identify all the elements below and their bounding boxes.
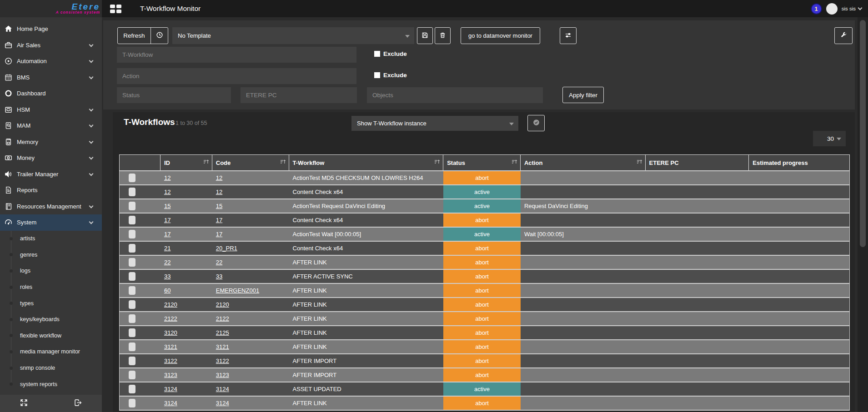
row-checkbox[interactable]	[129, 399, 135, 407]
fullscreen-icon[interactable]	[20, 399, 28, 408]
sidebar-subitem-flexible-workflow[interactable]: flexible workflow	[0, 328, 102, 344]
id-link[interactable]: 3122	[164, 357, 177, 364]
row-checkbox[interactable]	[129, 385, 135, 393]
sidebar-item-system[interactable]: System	[0, 214, 102, 231]
id-link[interactable]: 3123	[164, 372, 177, 378]
row-checkbox[interactable]	[129, 343, 135, 351]
sidebar-subitem-roles[interactable]: roles	[0, 279, 102, 295]
row-checkbox[interactable]	[129, 314, 135, 323]
schedule-refresh-button[interactable]	[151, 28, 168, 44]
sort-icon[interactable]	[512, 159, 517, 166]
code-link[interactable]: 15	[216, 203, 222, 209]
notification-badge[interactable]: 1	[811, 3, 822, 15]
id-link[interactable]: 3121	[164, 343, 177, 350]
row-checkbox[interactable]	[129, 357, 135, 365]
logout-icon[interactable]	[74, 399, 82, 408]
delete-template-button[interactable]	[435, 27, 451, 44]
etere-pc-filter-input[interactable]	[241, 87, 357, 103]
id-link[interactable]: 60	[164, 287, 171, 294]
sidebar-item-dashboard[interactable]: Dashboard	[0, 85, 102, 102]
page-size-select[interactable]: 30	[813, 131, 846, 146]
confirm-instance-button[interactable]	[527, 115, 545, 131]
code-link[interactable]: 33	[216, 273, 222, 280]
refresh-button[interactable]: Refresh	[118, 28, 151, 44]
sidebar-subitem-genres[interactable]: genres	[0, 247, 102, 263]
sidebar-subitem-artists[interactable]: artists	[0, 231, 102, 247]
id-link[interactable]: 21	[164, 245, 171, 252]
code-link[interactable]: 3124	[216, 386, 229, 392]
code-link[interactable]: 2122	[216, 315, 229, 322]
sort-icon[interactable]	[280, 159, 286, 166]
user-menu[interactable]: sis sis	[842, 6, 862, 11]
scrollbar-thumb[interactable]	[860, 20, 866, 247]
brand-logo[interactable]: Etere A consisten system	[0, 0, 102, 17]
datamover-monitor-button[interactable]: go to datamover monitor	[461, 27, 540, 44]
row-checkbox[interactable]	[129, 258, 135, 267]
id-link[interactable]: 3120	[164, 329, 177, 336]
sidebar-item-hsm[interactable]: HSM	[0, 102, 102, 118]
row-checkbox[interactable]	[129, 371, 135, 379]
code-link[interactable]: 2120	[216, 301, 229, 308]
sidebar-subitem-media-manager-monitor[interactable]: media manager monitor	[0, 344, 102, 360]
sidebar-item-automation[interactable]: Automation	[0, 53, 102, 69]
code-link[interactable]: 12	[216, 189, 222, 195]
code-link[interactable]: 3124	[216, 400, 229, 407]
row-checkbox[interactable]	[129, 244, 135, 253]
filter-toggle-button[interactable]	[560, 27, 577, 44]
action-filter-input[interactable]	[117, 68, 356, 84]
column-header-id[interactable]: ID	[161, 155, 212, 170]
code-link[interactable]: EMERGENZ001	[216, 287, 259, 294]
column-header-t-workflow[interactable]: T-Workflow	[289, 155, 444, 170]
column-header-action[interactable]: Action	[521, 155, 646, 170]
sidebar-item-mam[interactable]: MAM	[0, 118, 102, 134]
row-checkbox[interactable]	[129, 216, 135, 224]
settings-button[interactable]	[834, 27, 853, 44]
sort-icon[interactable]	[637, 159, 642, 166]
save-template-button[interactable]	[417, 27, 433, 44]
id-link[interactable]: 12	[164, 174, 171, 181]
code-link[interactable]: 3123	[216, 372, 229, 378]
sidebar-subitem-snmp-console[interactable]: snmp console	[0, 360, 102, 376]
code-link[interactable]: 20_PR1	[216, 245, 237, 252]
id-link[interactable]: 2122	[164, 315, 177, 322]
apps-grid-icon[interactable]	[110, 5, 122, 13]
objects-filter-input[interactable]	[367, 87, 543, 103]
sidebar-item-trailer-manager[interactable]: Trailer Manager	[0, 166, 102, 183]
sidebar-item-resources-management[interactable]: Resources Management	[0, 199, 102, 215]
code-link[interactable]: 17	[216, 231, 222, 238]
id-link[interactable]: 12	[164, 189, 171, 195]
instance-select[interactable]: Show T-Workflow instance	[351, 116, 518, 131]
avatar[interactable]	[826, 3, 838, 15]
code-link[interactable]: 3121	[216, 343, 229, 350]
sidebar-item-memory[interactable]: Memory	[0, 134, 102, 150]
sidebar-subitem-system-reports[interactable]: system reports	[0, 376, 102, 392]
sidebar-item-air-sales[interactable]: Air Sales	[0, 37, 102, 54]
status-filter-input[interactable]	[117, 87, 231, 103]
id-link[interactable]: 33	[164, 273, 171, 280]
sidebar-item-reports[interactable]: Reports	[0, 182, 102, 199]
code-link[interactable]: 17	[216, 217, 222, 223]
row-checkbox[interactable]	[129, 202, 135, 210]
column-header-code[interactable]: Code	[212, 155, 289, 170]
column-header-status[interactable]: Status	[443, 155, 521, 170]
template-select[interactable]: No Template	[172, 27, 414, 44]
sidebar-item-home-page[interactable]: Home Page	[0, 21, 102, 37]
id-link[interactable]: 3124	[164, 386, 177, 392]
id-link[interactable]: 15	[164, 203, 171, 209]
row-checkbox[interactable]	[129, 188, 135, 196]
tworkflow-filter-input[interactable]	[117, 47, 356, 63]
row-checkbox[interactable]	[129, 328, 135, 337]
apply-filter-button[interactable]: Apply filter	[562, 87, 604, 103]
id-link[interactable]: 17	[164, 217, 171, 223]
sort-icon[interactable]	[434, 159, 440, 166]
id-link[interactable]: 2120	[164, 301, 177, 308]
exclude-tworkflow-checkbox[interactable]	[374, 51, 380, 57]
id-link[interactable]: 22	[164, 259, 171, 266]
sidebar-item-bms[interactable]: BMS	[0, 69, 102, 86]
exclude-action-checkbox[interactable]	[374, 72, 380, 78]
sidebar-subitem-keys-keyboards[interactable]: keys/keyboards	[0, 311, 102, 328]
code-link[interactable]: 22	[216, 259, 222, 266]
sidebar-item-money[interactable]: Money	[0, 150, 102, 166]
code-link[interactable]: 2125	[216, 329, 229, 336]
row-checkbox[interactable]	[129, 272, 135, 281]
